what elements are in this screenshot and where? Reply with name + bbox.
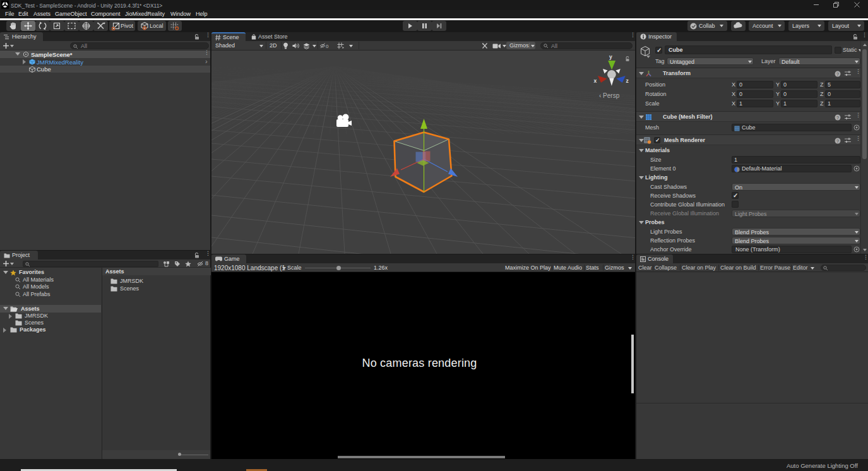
- svg-text:x: x: [594, 78, 597, 84]
- svg-text:y: y: [609, 54, 612, 60]
- svg-text:?: ?: [836, 138, 839, 143]
- svg-text:?: ?: [836, 115, 839, 119]
- svg-text:z: z: [626, 78, 629, 84]
- svg-text:?: ?: [836, 71, 839, 76]
- svg-text:0: 0: [326, 44, 329, 49]
